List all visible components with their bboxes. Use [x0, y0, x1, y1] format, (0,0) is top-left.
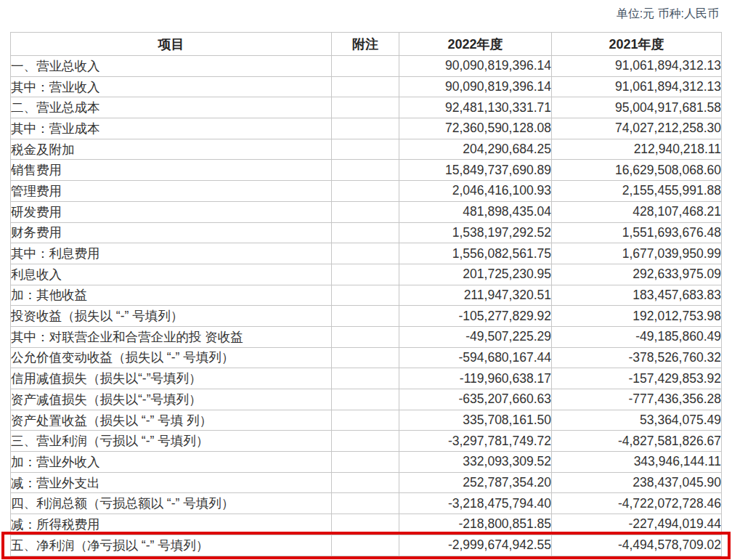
table-row: 二、营业总成本92,481,130,331.7195,004,917,681.5…: [11, 97, 722, 118]
table-row: 其中：利息费用1,556,082,561.751,677,039,950.99: [11, 243, 722, 264]
table-row: 管理费用2,046,416,100.932,155,455,991.88: [11, 181, 722, 202]
value-2021-cell: 192,012,753.98: [552, 306, 722, 327]
note-cell: [332, 514, 399, 535]
unit-currency-label: 单位:元 币种:人民币: [617, 7, 719, 22]
value-2022-cell: 332,093,309.52: [399, 452, 552, 473]
value-2022-cell: 204,290,684.25: [399, 139, 552, 160]
value-2021-cell: 2,155,455,991.88: [552, 181, 722, 202]
item-cell: 其中：营业收入: [11, 76, 332, 97]
note-cell: [332, 264, 399, 285]
note-cell: [332, 472, 399, 493]
item-cell: 管理费用: [11, 181, 332, 202]
value-2021-cell: 212,940,218.11: [552, 139, 722, 160]
table-row: 一、营业总收入90,090,819,396.1491,061,894,312.1…: [11, 56, 722, 77]
value-2022-cell: 335,708,161.50: [399, 410, 552, 431]
table-row: 减：所得税费用-218,800,851.85-227,494,019.44: [11, 514, 722, 535]
value-2021-cell: 1,551,693,676.48: [552, 222, 722, 243]
note-cell: [332, 368, 399, 389]
value-2022-cell: -218,800,851.85: [399, 514, 552, 535]
item-cell: 信用减值损失（损失以“-”号填列）: [11, 368, 332, 389]
value-2022-cell: 90,090,819,396.14: [399, 76, 552, 97]
value-2022-cell: 1,538,197,292.52: [399, 222, 552, 243]
item-cell: 投资收益（损失以 “-” 号填列）: [11, 306, 332, 327]
column-header-2022: 2022年度: [399, 33, 552, 56]
value-2021-cell: 343,946,144.11: [552, 452, 722, 473]
item-cell: 资产处置收益（损失以 “-” 号填 列）: [11, 410, 332, 431]
table-row: 加：营业外收入332,093,309.52343,946,144.11: [11, 452, 722, 473]
value-2022-cell: 211,947,320.51: [399, 285, 552, 306]
value-2022-cell: -119,960,638.17: [399, 368, 552, 389]
value-2022-cell: -2,999,674,942.55: [399, 535, 552, 556]
note-cell: [332, 452, 399, 473]
note-cell: [332, 389, 399, 410]
note-cell: [332, 306, 399, 327]
value-2022-cell: -635,207,660.63: [399, 389, 552, 410]
table-row: 销售费用15,849,737,690.8916,629,508,068.60: [11, 160, 722, 181]
value-2021-cell: 91,061,894,312.13: [552, 56, 722, 77]
value-2022-cell: 90,090,819,396.14: [399, 56, 552, 77]
value-2022-cell: 92,481,130,331.71: [399, 97, 552, 118]
value-2021-cell: 16,629,508,068.60: [552, 160, 722, 181]
note-cell: [332, 181, 399, 202]
value-2022-cell: -105,277,829.92: [399, 306, 552, 327]
value-2021-cell: 1,677,039,950.99: [552, 243, 722, 264]
item-cell: 五、净利润（净亏损以 “-” 号填列）: [11, 535, 332, 556]
item-cell: 财务费用: [11, 222, 332, 243]
value-2021-cell: -157,429,853.92: [552, 368, 722, 389]
item-cell: 三、营业利润（亏损以 “-” 号填列）: [11, 431, 332, 452]
value-2021-cell: -49,185,860.49: [552, 326, 722, 347]
value-2022-cell: 72,360,590,128.08: [399, 118, 552, 139]
table-row: 五、净利润（净亏损以 “-” 号填列）-2,999,674,942.55-4,4…: [11, 535, 722, 556]
table-row: 四、利润总额（亏损总额以 “-” 号填列）-3,218,475,794.40-4…: [11, 493, 722, 514]
item-cell: 四、利润总额（亏损总额以 “-” 号填列）: [11, 493, 332, 514]
value-2021-cell: -777,436,356.28: [552, 389, 722, 410]
value-2021-cell: 238,437,045.90: [552, 472, 722, 493]
item-cell: 二、营业总成本: [11, 97, 332, 118]
item-cell: 一、营业总收入: [11, 56, 332, 77]
value-2022-cell: 201,725,230.95: [399, 264, 552, 285]
note-cell: [332, 201, 399, 222]
value-2022-cell: -49,507,225.29: [399, 326, 552, 347]
table-header-row: 项目 附注 2022年度 2021年度: [11, 33, 722, 56]
column-header-2021: 2021年度: [552, 33, 722, 56]
table-row: 减：营业外支出252,787,354.20238,437,045.90: [11, 472, 722, 493]
value-2021-cell: -4,722,072,728.46: [552, 493, 722, 514]
table-row: 资产减值损失（损失以“-”号填列）-635,207,660.63-777,436…: [11, 389, 722, 410]
column-header-note: 附注: [332, 33, 399, 56]
item-cell: 其中：营业成本: [11, 118, 332, 139]
item-cell: 加：营业外收入: [11, 452, 332, 473]
table-row: 信用减值损失（损失以“-”号填列）-119,960,638.17-157,429…: [11, 368, 722, 389]
table-row: 财务费用1,538,197,292.521,551,693,676.48: [11, 222, 722, 243]
item-cell: 减：所得税费用: [11, 514, 332, 535]
note-cell: [332, 118, 399, 139]
value-2022-cell: 252,787,354.20: [399, 472, 552, 493]
value-2022-cell: -3,218,475,794.40: [399, 493, 552, 514]
note-cell: [332, 139, 399, 160]
table-row: 其中：营业收入90,090,819,396.1491,061,894,312.1…: [11, 76, 722, 97]
value-2022-cell: -594,680,167.44: [399, 347, 552, 368]
table-row: 其中：营业成本72,360,590,128.0874,027,212,258.3…: [11, 118, 722, 139]
value-2021-cell: -227,494,019.44: [552, 514, 722, 535]
note-cell: [332, 56, 399, 77]
note-cell: [332, 97, 399, 118]
table-row: 公允价值变动收益（损失以 “-” 号填列）-594,680,167.44-378…: [11, 347, 722, 368]
value-2021-cell: 183,457,683.83: [552, 285, 722, 306]
value-2021-cell: 292,633,975.09: [552, 264, 722, 285]
value-2021-cell: -4,827,581,826.67: [552, 431, 722, 452]
note-cell: [332, 326, 399, 347]
note-cell: [332, 285, 399, 306]
table-row: 研发费用481,898,435.04428,107,468.21: [11, 201, 722, 222]
table-row: 投资收益（损失以 “-” 号填列）-105,277,829.92192,012,…: [11, 306, 722, 327]
value-2022-cell: 15,849,737,690.89: [399, 160, 552, 181]
value-2021-cell: 53,364,075.49: [552, 410, 722, 431]
note-cell: [332, 431, 399, 452]
note-cell: [332, 160, 399, 181]
table-row: 利息收入201,725,230.95292,633,975.09: [11, 264, 722, 285]
item-cell: 其中：对联营企业和合营企业的投 资收益: [11, 326, 332, 347]
value-2022-cell: 481,898,435.04: [399, 201, 552, 222]
note-cell: [332, 243, 399, 264]
item-cell: 利息收入: [11, 264, 332, 285]
table-row: 加：其他收益211,947,320.51183,457,683.83: [11, 285, 722, 306]
value-2021-cell: 91,061,894,312.13: [552, 76, 722, 97]
value-2022-cell: -3,297,781,749.72: [399, 431, 552, 452]
